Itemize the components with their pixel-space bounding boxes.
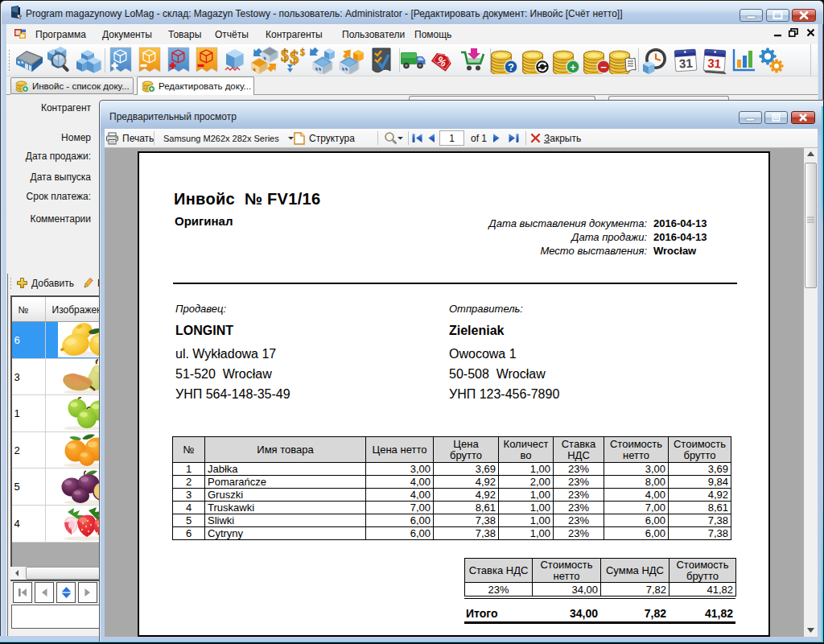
items-cell: Truskawki	[205, 502, 366, 514]
grid-cell-num: 1	[12, 395, 46, 431]
calendar-red-icon[interactable]: 31	[701, 47, 728, 74]
vscroll-up-button[interactable]	[807, 151, 814, 157]
screen: Program magazynowy LoMag - склад: Magazy…	[0, 0, 824, 644]
vscroll-thumb[interactable]	[805, 163, 817, 288]
menu-help[interactable]: Помощь	[407, 27, 459, 42]
coins-minus-icon[interactable]: −	[583, 47, 610, 74]
verify-checks-icon[interactable]	[368, 47, 395, 74]
add-item-button[interactable]: Добавить	[16, 277, 74, 289]
discount-tag-icon[interactable]: %	[429, 47, 456, 74]
items-cell: 23%	[554, 514, 604, 527]
preview-vscrollbar[interactable]	[804, 148, 818, 637]
close-button[interactable]	[792, 9, 816, 22]
form-label: Контрагент	[41, 102, 91, 114]
nav-prev-page-button[interactable]	[426, 129, 436, 147]
nav-next-button[interactable]	[78, 582, 97, 603]
gears-icon[interactable]	[757, 47, 785, 74]
svg-text:$: $	[300, 47, 305, 58]
dialog-minimize-button[interactable]	[739, 111, 762, 124]
coins-question-icon[interactable]: ?	[490, 47, 517, 74]
info-value: Wrocław	[653, 245, 696, 257]
items-header: СтавкаНДС	[554, 437, 604, 463]
grid-col-num[interactable]: №	[12, 297, 46, 321]
print-label: Печать	[122, 133, 154, 144]
mdi-close-button[interactable]	[806, 28, 815, 37]
svg-text:−: −	[600, 61, 607, 73]
close-preview-button[interactable]: Закрыть	[530, 129, 581, 147]
vscroll-down-button[interactable]	[807, 627, 814, 634]
price-dollars-icon[interactable]: $ $ $	[280, 47, 307, 74]
bar-chart-icon[interactable]	[730, 47, 757, 74]
coins-refresh-icon[interactable]	[521, 47, 549, 74]
items-row: 4Truskawki7,008,611,0023%7,008,61	[173, 502, 731, 514]
party-name: Zieleniak	[449, 324, 504, 338]
coins-doc-icon[interactable]	[608, 47, 636, 74]
coins-plus-icon[interactable]: +	[552, 47, 579, 74]
items-cell: 6,00	[366, 527, 434, 540]
nav-prev-button[interactable]	[35, 582, 54, 603]
items-header: Стоимостьбрутто	[669, 437, 731, 463]
clock-cube-icon[interactable]	[641, 47, 669, 74]
nav-next-page-button[interactable]	[492, 129, 501, 147]
info-label: Дата выставления документа:	[489, 217, 647, 229]
doc-minus-red-icon[interactable]	[193, 47, 220, 74]
dialog-close-button[interactable]	[791, 111, 815, 124]
items-header: Цена нетто	[366, 437, 434, 463]
menu-documents[interactable]: Документы	[95, 27, 159, 42]
items-cell: 6,00	[604, 514, 669, 527]
mdi-minimize-button[interactable]	[774, 29, 782, 37]
structure-button[interactable]: Структура	[294, 129, 355, 147]
printer-select[interactable]: Samsung M262x 282x Series	[163, 129, 279, 147]
menu-program[interactable]: Программа	[28, 27, 93, 42]
cubes-icon[interactable]	[75, 47, 102, 74]
page-number-input[interactable]: 1	[439, 130, 464, 146]
items-cell: 1,00	[499, 463, 554, 476]
nav-last-page-button[interactable]	[508, 129, 520, 147]
mdi-restore-button[interactable]	[789, 28, 798, 37]
preview-toolbar: ПечатьSamsung M262x 282x SeriesСтруктура…	[105, 129, 818, 148]
toolbar-separator	[525, 131, 526, 145]
doc-add-red-icon[interactable]	[165, 47, 192, 74]
tab-edit-document[interactable]: Редактировать доку...	[137, 76, 254, 95]
items-cell: 6	[173, 527, 205, 540]
items-cell: 1,00	[499, 502, 554, 514]
hscroll-left-button[interactable]	[10, 567, 23, 580]
items-cell: 2,00	[499, 476, 554, 489]
doc-add-blue-icon[interactable]	[107, 47, 134, 74]
menu-goods[interactable]: Товары	[161, 27, 208, 42]
toolbar-separator	[377, 131, 378, 145]
dialog-restore-button[interactable]	[764, 111, 788, 124]
warehouse-in-icon[interactable]	[308, 47, 336, 74]
tab-invoice-list[interactable]: Инвойс - список доку...	[10, 77, 134, 94]
zoom-dropdown-icon[interactable]	[398, 129, 403, 147]
menu-reports[interactable]: Отчёты	[208, 27, 256, 42]
nav-sort-button[interactable]	[56, 582, 76, 603]
minimize-button[interactable]	[740, 9, 763, 22]
nav-first-button[interactable]	[13, 582, 32, 603]
warehouse-search-icon[interactable]	[45, 47, 72, 74]
menu-users[interactable]: Пользователи	[335, 27, 412, 42]
maximize-button[interactable]	[766, 9, 789, 22]
inventory-cube-icon[interactable]	[221, 47, 249, 74]
transfer-warehouse-icon[interactable]	[251, 47, 278, 74]
nav-first-page-button[interactable]	[411, 129, 423, 147]
zoom-button[interactable]	[384, 129, 398, 147]
party-line: ul. Wykładowa 17	[175, 347, 276, 361]
warehouse-icon[interactable]	[15, 47, 43, 74]
printer-dropdown-icon[interactable]	[288, 129, 294, 147]
menu-contractors[interactable]: Контрагенты	[258, 27, 330, 42]
items-cell: 1	[173, 463, 205, 476]
form-label: Дата продажи:	[26, 151, 91, 162]
warehouse-out-icon[interactable]	[338, 47, 365, 74]
cart-arrow-icon[interactable]	[459, 47, 486, 74]
calendar-blue-icon[interactable]: 31	[672, 47, 699, 74]
doc-minus-orange-icon[interactable]	[136, 47, 163, 74]
items-cell: 1,00	[499, 527, 554, 540]
summary-cell: 41,82	[670, 583, 736, 597]
items-header: Ценабрутто	[434, 437, 499, 463]
print-button[interactable]: Печать	[105, 129, 154, 147]
truck-icon[interactable]	[400, 47, 427, 74]
items-row: 5Sliwki6,007,381,0023%6,007,38	[173, 514, 731, 527]
items-header: Количество	[499, 437, 554, 463]
invoice-info-row: Место выставления:Wrocław	[383, 245, 647, 258]
